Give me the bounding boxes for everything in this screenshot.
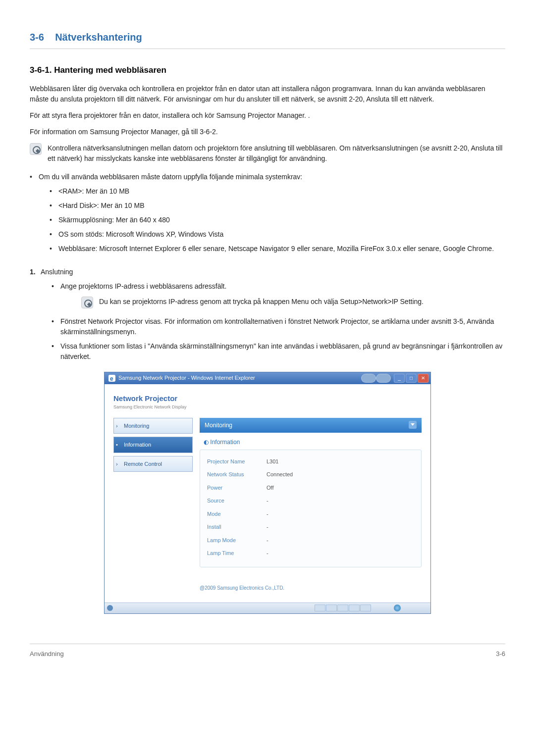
section-number: 3-6	[30, 32, 44, 43]
subsection-title: 3-6-1. Hantering med webbläsaren	[30, 64, 505, 77]
page-content: Network Projector Samsung Electronic Net…	[105, 384, 430, 603]
row-value: L301	[267, 457, 278, 466]
note-block: Kontrollera nätverksanslutningen mellan …	[30, 143, 505, 164]
note-icon	[81, 297, 93, 308]
item-text: Ange projektorns IP-adress i webbläsaren…	[60, 282, 226, 290]
list-item: Skärmupplösning: Mer än 640 x 480	[50, 215, 505, 225]
row-value: Connected	[267, 470, 293, 479]
app-subtitle: Samsung Electronic Network Display	[113, 404, 422, 411]
main-panel: Monitoring Information Projector NameL30…	[193, 418, 422, 603]
row-value: -	[267, 497, 268, 505]
req-intro-text: Om du vill använda webbläsaren måste dat…	[39, 173, 302, 181]
table-row: Network StatusConnected	[207, 468, 414, 481]
intro-paragraph: Webbläsaren låter dig övervaka och kontr…	[30, 84, 505, 104]
sidebar-item-label: Monitoring	[119, 423, 149, 429]
row-label: Lamp Time	[207, 549, 267, 557]
row-label: Install	[207, 523, 267, 531]
list-item: Fönstret Network Projector visas. För in…	[52, 316, 505, 337]
footer-left: Användning	[30, 649, 64, 659]
sidebar-item-label: Information	[119, 442, 151, 448]
ie-window: Samsung Network Projector - Windows Inte…	[104, 372, 431, 614]
footer-right: 3-6	[496, 649, 505, 659]
list-item: <RAM>: Mer än 10 MB	[50, 186, 505, 197]
list-item: <Hard Disk>: Mer än 10 MB	[50, 201, 505, 211]
row-value: -	[267, 536, 268, 545]
table-row: Source-	[207, 494, 414, 507]
row-value: -	[267, 523, 268, 531]
main-header-bar: Monitoring	[200, 418, 422, 433]
row-value: -	[267, 510, 268, 518]
status-segments	[315, 605, 371, 611]
ie-statusbar	[105, 603, 430, 613]
info-header: Information	[200, 433, 422, 450]
requirements-list: <RAM>: Mer än 10 MB <Hard Disk>: Mer än …	[39, 186, 505, 254]
window-title: Samsung Network Projector - Windows Inte…	[118, 374, 255, 382]
row-label: Lamp Mode	[207, 536, 267, 545]
sidebar-item-label: Remote Control	[119, 461, 162, 467]
table-row: Lamp Mode-	[207, 534, 414, 547]
row-label: Mode	[207, 510, 267, 518]
row-label: Projector Name	[207, 457, 267, 466]
internet-zone-icon	[394, 605, 401, 611]
table-row: Projector NameL301	[207, 455, 414, 468]
copyright-text: @2009 Samsung Electronics Co.,LTD.	[200, 582, 422, 603]
sidebar-item-remote-control[interactable]: Remote Control	[113, 456, 193, 472]
body-paragraph: För att styra flera projektorer från en …	[30, 110, 505, 121]
ie-logo-icon	[108, 375, 115, 382]
app-title: Network Projector	[113, 393, 422, 404]
note-text: Kontrollera nätverksanslutningen mellan …	[48, 143, 505, 164]
info-table: Projector NameL301 Network StatusConnect…	[200, 450, 422, 567]
window-titlebar: Samsung Network Projector - Windows Inte…	[105, 372, 430, 384]
body-paragraph: För information om Samsung Projector Man…	[30, 127, 505, 137]
nav-back-icon[interactable]	[361, 374, 376, 383]
close-button[interactable]: ✕	[418, 374, 428, 383]
row-label: Power	[207, 484, 267, 492]
section-header: 3-6 Nätverkshantering	[30, 30, 505, 49]
sidebar-item-information[interactable]: Information	[113, 437, 193, 453]
row-value: Off	[267, 484, 273, 492]
list-item: Ange projektorns IP-adress i webbläsaren…	[52, 281, 505, 308]
row-label: Source	[207, 497, 267, 505]
page-footer: Användning 3-6	[30, 644, 505, 659]
sidebar: Monitoring Information Remote Control	[113, 418, 193, 603]
nav-fwd-icon[interactable]	[376, 374, 391, 383]
table-row: PowerOff	[207, 481, 414, 495]
sidebar-item-monitoring[interactable]: Monitoring	[113, 418, 193, 434]
section-title: Nätverkshantering	[55, 32, 142, 43]
note-block: Du kan se projektorns IP-adress genom at…	[81, 297, 505, 308]
row-value: -	[267, 549, 268, 557]
note-text: Du kan se projektorns IP-adress genom at…	[99, 297, 424, 307]
row-label: Network Status	[207, 470, 267, 479]
main-header-label: Monitoring	[205, 421, 232, 430]
requirements-intro: Om du vill använda webbläsaren måste dat…	[30, 172, 505, 254]
step-1: Anslutning Ange projektorns IP-adress i …	[30, 267, 505, 362]
list-item: Vissa funktioner som listas i "Använda s…	[52, 341, 505, 362]
step-title: Anslutning	[41, 268, 73, 276]
embedded-screenshot: Samsung Network Projector - Windows Inte…	[30, 372, 505, 614]
table-row: Install-	[207, 520, 414, 534]
maximize-button[interactable]: □	[406, 374, 417, 383]
table-row: Mode-	[207, 507, 414, 521]
note-icon	[30, 143, 42, 155]
minimize-button[interactable]: _	[394, 374, 405, 383]
window-nav-buttons[interactable]	[361, 374, 391, 383]
list-item: Webbläsare: Microsoft Internet Explorer …	[50, 244, 505, 254]
status-icon	[105, 603, 115, 613]
table-row: Lamp Time-	[207, 547, 414, 560]
dropdown-arrow-icon[interactable]	[409, 421, 417, 429]
list-item: OS som stöds: Microsoft Windows XP, Wind…	[50, 229, 505, 240]
